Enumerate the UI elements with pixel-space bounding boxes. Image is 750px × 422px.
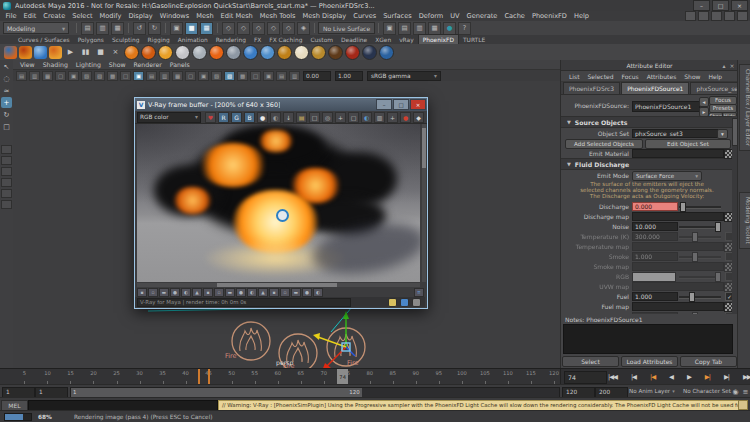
ae-tab-phoenixfdsrc3[interactable]: PhoenixFDSrc3 (563, 82, 620, 94)
current-frame-field[interactable]: 74 (564, 371, 607, 384)
step-back-frame-button[interactable]: |◀ (631, 373, 636, 381)
toggle-modeling-toolkit-icon[interactable] (724, 11, 735, 21)
cloud-preset-icon[interactable] (226, 45, 241, 60)
select-tool-icon[interactable]: ↖ (1, 61, 12, 72)
shelf-tab-animation[interactable]: Animation (174, 35, 212, 44)
screen-space-ao-icon[interactable]: ▣ (198, 71, 209, 81)
wireframe-on-shaded-icon[interactable]: ▥ (159, 71, 170, 81)
blue-channel-icon[interactable]: B (244, 112, 255, 123)
single-pane-layout-icon[interactable] (1, 145, 12, 154)
blood-preset-icon[interactable] (345, 45, 360, 60)
paint-select-tool-icon[interactable]: ≈ (1, 85, 12, 96)
auto-keyframe-icon[interactable]: ◉ (731, 387, 740, 396)
status-options-icon[interactable] (412, 298, 421, 307)
character-set-dropdown[interactable]: No Character Set ▾ (683, 387, 735, 396)
phoenix-water-sim-icon[interactable] (34, 46, 47, 59)
move-tool-icon[interactable]: + (1, 97, 12, 108)
range-slider-track[interactable]: 1 120 (70, 387, 560, 398)
go-to-start-button[interactable]: |◀◀ (608, 373, 617, 381)
load-image-icon[interactable]: ▤ (296, 112, 307, 123)
node-name-field[interactable]: PhoenixFDSource1 (632, 101, 700, 112)
resolution-gate-icon[interactable]: ▩ (107, 71, 118, 81)
redo-icon[interactable]: ↻ (148, 22, 161, 35)
smoke-field[interactable]: 1.000 (632, 252, 678, 261)
select-by-hierarchy-icon[interactable]: ▣ (170, 22, 183, 35)
live-surface-button[interactable]: No Live Surface (318, 22, 375, 34)
emit-material-field[interactable] (632, 149, 724, 158)
viewport-menu-panels[interactable]: Panels (166, 61, 194, 68)
viewport-menu-renderer[interactable]: Renderer (130, 61, 166, 68)
animation-start-field[interactable]: 1 (2, 387, 35, 398)
time-slider[interactable]: 5101520253035404550556065707580859095100… (0, 368, 750, 385)
noise-field[interactable]: 10.000 (632, 222, 678, 231)
maximize-button[interactable]: □ (712, 0, 729, 11)
copy-tab-button[interactable]: Copy Tab (680, 356, 737, 367)
minimize-button[interactable]: – (693, 0, 710, 11)
flame-glyph-icon[interactable] (240, 328, 262, 351)
fuel-field[interactable]: 1.000 (632, 292, 678, 301)
menu-curves[interactable]: Curves (350, 12, 380, 20)
pin-panel-icon[interactable]: ▴ (720, 61, 728, 69)
current-frame-marker[interactable]: 74 (337, 369, 348, 385)
playback-end-field[interactable]: 120 (562, 387, 595, 398)
start-simulation-icon[interactable]: ▶ (64, 46, 77, 59)
step-back-key-button[interactable]: |◀ (650, 373, 655, 381)
grid-icon[interactable]: ▧ (81, 71, 92, 81)
ink-preset-icon[interactable] (362, 45, 377, 60)
animation-preferences-icon[interactable]: ≡ (741, 387, 750, 396)
stop-render-icon[interactable]: ● (400, 112, 411, 123)
vfb-close-button[interactable]: × (410, 99, 426, 110)
phoenix-fire-water-icon[interactable] (4, 46, 17, 59)
menu-generate[interactable]: Generate (463, 12, 501, 20)
toggle-tool-settings-icon[interactable] (685, 11, 696, 21)
background-image-icon[interactable]: ▫ (214, 288, 224, 297)
track-mouse-icon[interactable]: + (335, 112, 346, 123)
ae-menu-selected[interactable]: Selected (584, 73, 618, 80)
exposure-correction-icon[interactable]: ▬ (159, 288, 169, 297)
depth-of-field-icon[interactable]: ▩ (237, 71, 248, 81)
discharge-map-field[interactable] (632, 212, 724, 221)
menu-surfaces[interactable]: Surfaces (380, 12, 416, 20)
menu-create[interactable]: Create (40, 12, 69, 20)
gate-mask-icon[interactable]: □ (120, 71, 131, 81)
color-balance-icon[interactable]: ▲ (192, 288, 202, 297)
noise-slider[interactable] (679, 226, 721, 229)
step-forward-key-button[interactable]: ▶| (705, 373, 710, 381)
srgb-icon[interactable]: ▫ (280, 288, 290, 297)
phoenix-fire-sim-icon[interactable] (19, 46, 32, 59)
shelf-tab-rigging[interactable]: Rigging (143, 35, 173, 44)
sidebar-tab-channel-box-layer-editor[interactable]: Channel Box / Layer Editor (739, 64, 750, 151)
ae-menu-list[interactable]: List (565, 73, 584, 80)
coffee-preset-icon[interactable] (294, 45, 309, 60)
vfb-titlebar[interactable]: V V-Ray frame buffer - [200% of 640 x 36… (135, 98, 427, 111)
uvw-map-field[interactable] (632, 282, 724, 291)
xray-icon[interactable]: ▣ (263, 71, 274, 81)
ae-menu-attributes[interactable]: Attributes (643, 73, 681, 80)
sidebar-tab-modeling-toolkit[interactable]: Modeling Toolkit (739, 192, 750, 249)
lasso-select-tool-icon[interactable]: ◌ (1, 73, 12, 84)
menu-help[interactable]: Help (570, 12, 592, 20)
chocolate-preset-icon[interactable] (328, 45, 343, 60)
manipulator-plane-arrowhead[interactable] (313, 333, 320, 340)
animation-end-field[interactable]: 200 (595, 387, 628, 398)
time-slider-track[interactable]: 5101520253035404550556065707580859095100… (0, 369, 561, 385)
color-corrections-icon[interactable]: ◐ (361, 112, 372, 123)
menu-mesh[interactable]: Mesh (193, 12, 217, 20)
candle-preset-icon[interactable] (158, 45, 173, 60)
curves-icon[interactable]: ◐ (181, 288, 191, 297)
render-settings-icon[interactable]: ● (443, 22, 456, 35)
stop-simulation-icon[interactable]: ■ (94, 46, 107, 59)
2d-pan-zoom-icon[interactable]: ▢ (55, 71, 66, 81)
stamp-icon[interactable]: ◐ (313, 288, 323, 297)
explosion-preset-icon[interactable] (209, 45, 224, 60)
ae-menu-help[interactable]: Help (704, 73, 726, 80)
shelf-tab-phoenixfd[interactable]: PhoenixFD (418, 34, 459, 44)
scrollbar-thumb[interactable] (422, 128, 426, 168)
isolate-select-icon[interactable]: □ (250, 71, 261, 81)
default-lighting-icon[interactable]: ▦ (172, 71, 183, 81)
discharge-slider[interactable] (679, 206, 721, 209)
shelf-tab-vray[interactable]: vRay (395, 35, 418, 44)
viewport-menu-lighting[interactable]: Lighting (72, 61, 105, 68)
rgb-slider[interactable] (679, 276, 721, 279)
four-pane-layout-icon[interactable] (1, 156, 12, 165)
